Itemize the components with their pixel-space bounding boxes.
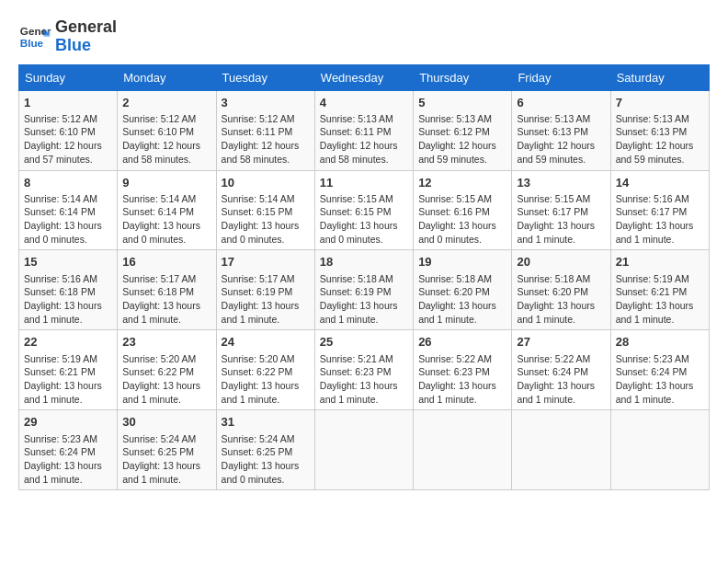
- day-number: 3: [222, 95, 310, 111]
- calendar-cell: 9Sunrise: 5:14 AMSunset: 6:14 PMDaylight…: [118, 170, 216, 250]
- weekday-header: Saturday: [610, 64, 709, 90]
- calendar-cell: 2Sunrise: 5:12 AMSunset: 6:10 PMDaylight…: [118, 90, 216, 170]
- day-number: 14: [616, 175, 704, 191]
- calendar-cell: 15Sunrise: 5:16 AMSunset: 6:18 PMDayligh…: [19, 250, 118, 330]
- calendar-cell: 10Sunrise: 5:14 AMSunset: 6:15 PMDayligh…: [216, 170, 314, 250]
- calendar-cell: 23Sunrise: 5:20 AMSunset: 6:22 PMDayligh…: [118, 330, 216, 410]
- calendar-cell: 19Sunrise: 5:18 AMSunset: 6:20 PMDayligh…: [414, 250, 512, 330]
- calendar-cell: 5Sunrise: 5:13 AMSunset: 6:12 PMDaylight…: [414, 90, 512, 170]
- weekday-header: Monday: [118, 64, 216, 90]
- logo-icon: General Blue: [18, 20, 51, 53]
- calendar-table: SundayMondayTuesdayWednesdayThursdayFrid…: [18, 64, 710, 491]
- calendar-cell: 27Sunrise: 5:22 AMSunset: 6:24 PMDayligh…: [512, 330, 610, 410]
- calendar-cell: [314, 410, 413, 490]
- weekday-header: Tuesday: [216, 64, 314, 90]
- day-number: 4: [320, 95, 408, 111]
- calendar-cell: 20Sunrise: 5:18 AMSunset: 6:20 PMDayligh…: [512, 250, 610, 330]
- weekday-header: Wednesday: [314, 64, 413, 90]
- day-number: 7: [616, 95, 704, 111]
- svg-text:Blue: Blue: [20, 37, 44, 49]
- calendar-week: 29Sunrise: 5:23 AMSunset: 6:24 PMDayligh…: [19, 410, 710, 490]
- day-number: 31: [222, 414, 310, 431]
- calendar-cell: 13Sunrise: 5:15 AMSunset: 6:17 PMDayligh…: [512, 170, 610, 250]
- day-number: 28: [616, 334, 704, 350]
- day-number: 10: [222, 175, 310, 191]
- logo-text: General Blue: [55, 18, 117, 55]
- calendar-week: 8Sunrise: 5:14 AMSunset: 6:14 PMDaylight…: [19, 170, 710, 250]
- day-number: 25: [320, 334, 408, 350]
- calendar-cell: 3Sunrise: 5:12 AMSunset: 6:11 PMDaylight…: [216, 90, 314, 170]
- day-number: 17: [222, 254, 310, 270]
- calendar-cell: 29Sunrise: 5:23 AMSunset: 6:24 PMDayligh…: [19, 410, 118, 490]
- calendar-cell: 22Sunrise: 5:19 AMSunset: 6:21 PMDayligh…: [19, 330, 118, 410]
- calendar-cell: 6Sunrise: 5:13 AMSunset: 6:13 PMDaylight…: [512, 90, 610, 170]
- day-number: 18: [320, 254, 408, 270]
- calendar-cell: 25Sunrise: 5:21 AMSunset: 6:23 PMDayligh…: [314, 330, 413, 410]
- day-number: 21: [616, 254, 704, 270]
- calendar-body: 1Sunrise: 5:12 AMSunset: 6:10 PMDaylight…: [19, 90, 710, 490]
- weekday-header: Friday: [512, 64, 610, 90]
- calendar-header: SundayMondayTuesdayWednesdayThursdayFrid…: [19, 64, 710, 90]
- day-number: 13: [517, 175, 605, 191]
- day-number: 5: [418, 95, 506, 111]
- logo: General Blue General Blue: [18, 18, 117, 55]
- calendar-cell: 24Sunrise: 5:20 AMSunset: 6:22 PMDayligh…: [216, 330, 314, 410]
- day-number: 2: [122, 95, 210, 111]
- calendar-cell: 21Sunrise: 5:19 AMSunset: 6:21 PMDayligh…: [610, 250, 709, 330]
- day-number: 30: [122, 414, 210, 431]
- day-number: 26: [418, 334, 506, 350]
- calendar-cell: 4Sunrise: 5:13 AMSunset: 6:11 PMDaylight…: [314, 90, 413, 170]
- day-number: 8: [24, 175, 112, 191]
- day-number: 22: [24, 334, 112, 350]
- calendar-cell: 28Sunrise: 5:23 AMSunset: 6:24 PMDayligh…: [610, 330, 709, 410]
- day-number: 27: [517, 334, 605, 350]
- calendar-cell: 8Sunrise: 5:14 AMSunset: 6:14 PMDaylight…: [19, 170, 118, 250]
- calendar-cell: 14Sunrise: 5:16 AMSunset: 6:17 PMDayligh…: [610, 170, 709, 250]
- day-number: 12: [418, 175, 506, 191]
- calendar-cell: 31Sunrise: 5:24 AMSunset: 6:25 PMDayligh…: [216, 410, 314, 490]
- calendar-cell: 1Sunrise: 5:12 AMSunset: 6:10 PMDaylight…: [19, 90, 118, 170]
- calendar-cell: [414, 410, 512, 490]
- day-number: 20: [517, 254, 605, 270]
- calendar-cell: 18Sunrise: 5:18 AMSunset: 6:19 PMDayligh…: [314, 250, 413, 330]
- calendar-cell: 17Sunrise: 5:17 AMSunset: 6:19 PMDayligh…: [216, 250, 314, 330]
- day-number: 29: [24, 414, 112, 431]
- calendar-week: 1Sunrise: 5:12 AMSunset: 6:10 PMDaylight…: [19, 90, 710, 170]
- day-number: 1: [24, 95, 112, 111]
- calendar-cell: 16Sunrise: 5:17 AMSunset: 6:18 PMDayligh…: [118, 250, 216, 330]
- calendar-cell: [610, 410, 709, 490]
- page-header: General Blue General Blue: [18, 18, 710, 55]
- day-number: 16: [122, 254, 210, 270]
- weekday-header: Thursday: [414, 64, 512, 90]
- day-number: 11: [320, 175, 408, 191]
- calendar-cell: 12Sunrise: 5:15 AMSunset: 6:16 PMDayligh…: [414, 170, 512, 250]
- days-row: SundayMondayTuesdayWednesdayThursdayFrid…: [19, 64, 710, 90]
- day-number: 6: [517, 95, 605, 111]
- calendar-cell: 26Sunrise: 5:22 AMSunset: 6:23 PMDayligh…: [414, 330, 512, 410]
- calendar-week: 22Sunrise: 5:19 AMSunset: 6:21 PMDayligh…: [19, 330, 710, 410]
- calendar-week: 15Sunrise: 5:16 AMSunset: 6:18 PMDayligh…: [19, 250, 710, 330]
- calendar-cell: 30Sunrise: 5:24 AMSunset: 6:25 PMDayligh…: [118, 410, 216, 490]
- weekday-header: Sunday: [19, 64, 118, 90]
- calendar-cell: [512, 410, 610, 490]
- calendar-cell: 11Sunrise: 5:15 AMSunset: 6:15 PMDayligh…: [314, 170, 413, 250]
- day-number: 9: [122, 175, 210, 191]
- day-number: 19: [418, 254, 506, 270]
- day-number: 24: [222, 334, 310, 350]
- calendar-cell: 7Sunrise: 5:13 AMSunset: 6:13 PMDaylight…: [610, 90, 709, 170]
- day-number: 15: [24, 254, 112, 270]
- day-number: 23: [122, 334, 210, 350]
